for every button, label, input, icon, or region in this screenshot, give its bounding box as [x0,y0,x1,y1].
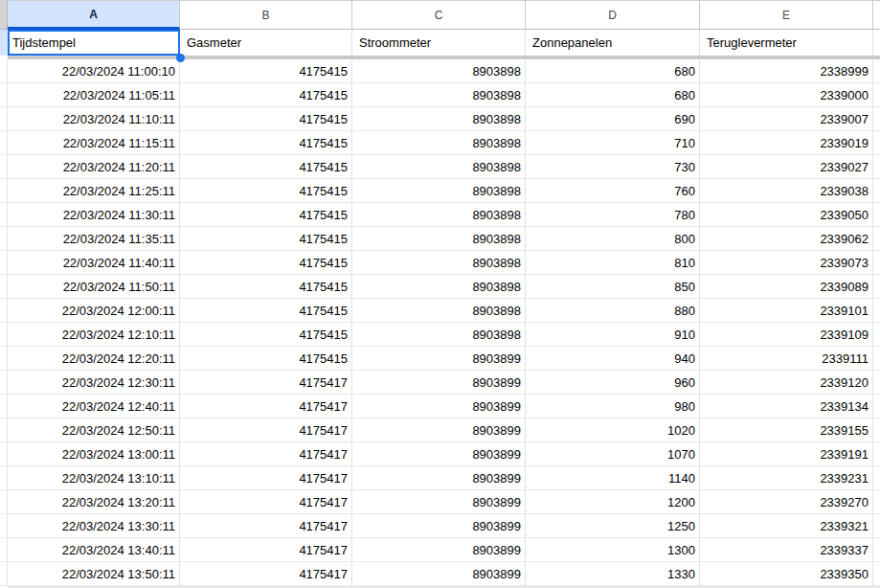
cell[interactable]: 22/03/2024 11:00:10 [8,59,180,83]
fill-handle[interactable] [176,54,185,62]
row-header-sliver[interactable] [0,107,8,131]
cell[interactable]: 4175415 [180,323,352,347]
next-column-sliver[interactable] [873,131,880,155]
cell[interactable]: 8903899 [352,347,526,371]
column-header-c[interactable]: C [352,1,526,30]
row-header-sliver[interactable] [0,323,8,347]
cell[interactable]: 4175417 [180,562,352,586]
row-header-sliver[interactable] [0,59,8,83]
next-column-sliver[interactable] [873,323,880,347]
cell[interactable]: 4175417 [180,395,352,418]
cell[interactable]: 22/03/2024 11:20:11 [8,155,180,179]
cell[interactable]: 22/03/2024 12:20:11 [8,347,180,371]
row-header-sliver[interactable] [0,562,8,586]
cell[interactable]: 800 [526,227,700,251]
cell[interactable]: 2339134 [700,395,873,418]
cell[interactable]: 8903899 [352,562,526,586]
cell[interactable]: 2339000 [700,83,873,107]
cell-c1[interactable]: Stroommeter [352,30,526,56]
cell[interactable]: 8903898 [352,227,526,251]
next-column-sliver[interactable] [873,538,880,562]
cell[interactable]: 8903898 [352,107,526,131]
cell[interactable]: 2339109 [700,323,873,347]
cell[interactable]: 4175415 [180,251,352,275]
cell[interactable]: 1070 [526,442,700,466]
cell[interactable]: 2339089 [700,275,873,299]
row-header-sliver[interactable] [0,83,8,107]
cell[interactable]: 8903898 [352,59,526,83]
row-header-sliver[interactable] [0,203,8,227]
active-cell-a1[interactable]: Tijdstempel [8,30,180,56]
cell[interactable]: 1020 [526,418,700,442]
column-header-d[interactable]: D [526,1,700,30]
cell[interactable]: 710 [526,131,700,155]
next-column-sliver[interactable] [873,490,880,514]
cell[interactable]: 2339270 [700,490,873,514]
row-header-sliver[interactable] [0,395,8,418]
cell[interactable]: 2339101 [700,299,873,323]
cell[interactable]: 8903898 [352,179,526,203]
cell[interactable]: 680 [526,59,700,83]
cell[interactable]: 2339019 [700,131,873,155]
next-column-sliver[interactable] [873,59,880,83]
cell[interactable]: 2339007 [700,107,873,131]
cell[interactable]: 22/03/2024 12:00:11 [8,299,180,323]
cell[interactable]: 4175417 [180,418,352,442]
cell[interactable]: 680 [526,83,700,107]
cell[interactable]: 8903898 [352,83,526,107]
cell[interactable]: 22/03/2024 13:20:11 [8,490,180,514]
cell[interactable]: 2339120 [700,371,873,395]
cell[interactable]: 2339050 [700,203,873,227]
cell[interactable]: 4175415 [180,227,352,251]
cell-b1[interactable]: Gasmeter [180,30,352,56]
column-header-b[interactable]: B [180,1,352,30]
cell[interactable]: 2339111 [700,347,873,371]
cell[interactable]: 8903899 [352,442,526,466]
next-column-sliver[interactable] [873,562,880,586]
next-column-sliver[interactable] [873,466,880,490]
cell[interactable]: 22/03/2024 12:40:11 [8,395,180,418]
row-header-sliver[interactable] [0,538,8,562]
cell[interactable]: 1140 [526,466,700,490]
cell[interactable]: 4175415 [180,131,352,155]
cell[interactable]: 760 [526,179,700,203]
cell[interactable]: 730 [526,155,700,179]
row-header-sliver[interactable] [0,275,8,299]
next-column-sliver[interactable] [873,155,880,179]
cell[interactable]: 22/03/2024 11:25:11 [8,179,180,203]
row-header-sliver[interactable] [0,490,8,514]
cell[interactable]: 1200 [526,490,700,514]
cell[interactable]: 810 [526,251,700,275]
cell[interactable]: 4175417 [180,442,352,466]
cell[interactable]: 4175417 [180,466,352,490]
column-header-e[interactable]: E [700,1,873,30]
next-column-sliver[interactable] [873,442,880,466]
cell[interactable]: 8903898 [352,275,526,299]
row-header-sliver[interactable] [0,514,8,538]
cell[interactable]: 980 [526,395,700,418]
cell[interactable]: 2339321 [700,514,873,538]
cell[interactable]: 2339155 [700,418,873,442]
cell[interactable]: 4175415 [180,275,352,299]
row-header-sliver[interactable] [0,227,8,251]
cell[interactable]: 22/03/2024 11:35:11 [8,227,180,251]
row-header-sliver[interactable] [0,371,8,395]
column-header-a[interactable]: A [8,1,180,30]
next-column-sliver[interactable] [873,83,880,107]
next-column-sliver[interactable] [873,251,880,275]
cell[interactable]: 22/03/2024 13:30:11 [8,514,180,538]
cell[interactable]: 2339191 [700,442,873,466]
cell[interactable]: 960 [526,371,700,395]
next-column-sliver[interactable] [873,203,880,227]
cell[interactable]: 1250 [526,514,700,538]
next-column-sliver[interactable] [873,179,880,203]
cell[interactable]: 2339337 [700,538,873,562]
cell[interactable]: 8903898 [352,251,526,275]
next-column-sliver[interactable] [873,347,880,371]
cell[interactable]: 8903899 [352,538,526,562]
row-header-sliver[interactable] [0,299,8,323]
row-header-sliver[interactable] [0,418,8,442]
cell[interactable]: 8903898 [352,131,526,155]
cell[interactable]: 2339038 [700,179,873,203]
cell[interactable]: 4175417 [180,514,352,538]
